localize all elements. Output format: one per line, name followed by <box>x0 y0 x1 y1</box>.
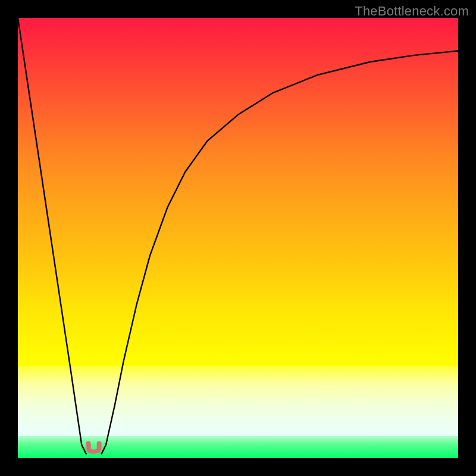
curve-left-branch <box>18 18 86 454</box>
curve-svg <box>18 18 458 458</box>
minimum-marker <box>86 441 102 454</box>
attribution-label: TheBottleneck.com <box>355 4 469 19</box>
curve-right-branch <box>102 51 458 454</box>
plot-area <box>18 18 458 458</box>
chart-frame: TheBottleneck.com <box>0 0 476 476</box>
curve-group <box>18 18 458 454</box>
